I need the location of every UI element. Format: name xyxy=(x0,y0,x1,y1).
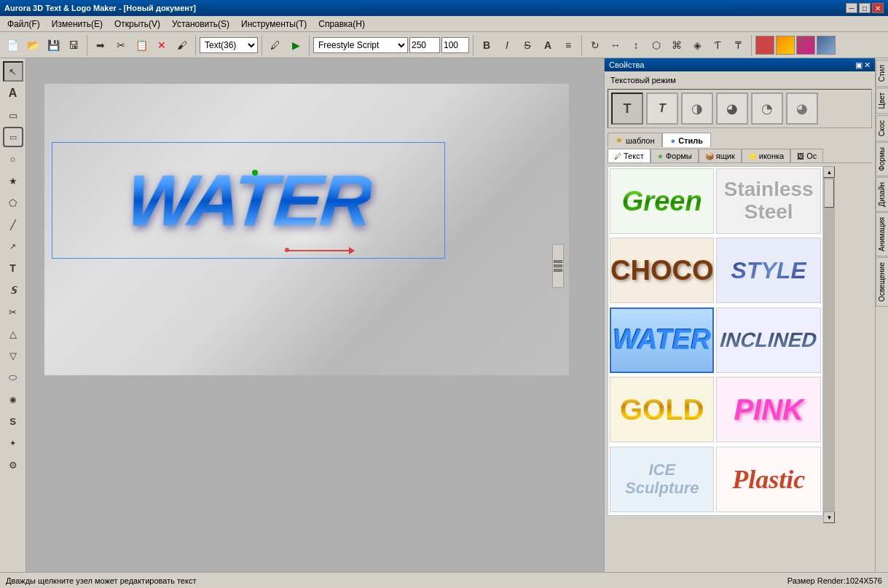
menu-file[interactable]: Файл(F) xyxy=(3,17,44,31)
save-button[interactable]: 💾 xyxy=(44,36,63,55)
tool-settings[interactable]: ⚙ xyxy=(3,455,23,475)
tool-triangle2[interactable]: ▽ xyxy=(3,345,23,366)
minimize-button[interactable]: ─ xyxy=(846,3,857,13)
style-pink[interactable]: PINK xyxy=(716,377,820,442)
tool-text2[interactable]: T xyxy=(3,258,23,278)
resize-handle[interactable] xyxy=(552,244,564,288)
color2-button[interactable] xyxy=(776,36,795,55)
mode-icon-4[interactable]: ◔ xyxy=(751,93,783,125)
rs-tab-dizajn[interactable]: Дизайн xyxy=(876,177,889,212)
panel-close-btn[interactable]: ✕ xyxy=(864,60,871,70)
menu-edit[interactable]: Изменить(E) xyxy=(47,17,107,31)
scroll-down-btn[interactable]: ▼ xyxy=(823,511,835,523)
mode-icon-3[interactable]: ◕ xyxy=(716,93,748,125)
mode-icon-1[interactable]: T xyxy=(646,93,678,125)
style-water[interactable]: WATER xyxy=(610,307,714,373)
style-plastic[interactable]: Plastic xyxy=(716,447,820,512)
tool-text3[interactable]: 𝕊 xyxy=(3,280,23,300)
strikethrough-button[interactable]: S xyxy=(518,36,537,55)
tab-style[interactable]: ● Стиль xyxy=(662,133,711,147)
rs-tab-animaciya[interactable]: Анимация xyxy=(876,212,889,256)
rs-tab-skok[interactable]: Скос xyxy=(876,115,889,141)
menu-help[interactable]: Справка(H) xyxy=(314,17,369,31)
menu-open[interactable]: Открыть(V) xyxy=(110,17,165,31)
mode-icon-5[interactable]: ◕ xyxy=(786,93,818,125)
tool-oval[interactable]: ⬭ xyxy=(3,367,23,388)
text-selection-box[interactable]: WATER xyxy=(52,142,445,259)
close-button[interactable]: ✕ xyxy=(872,3,884,13)
rs-tab-cvet[interactable]: Цвет xyxy=(876,87,889,114)
cut-button[interactable]: ✂ xyxy=(111,36,130,55)
tool3d-1[interactable]: ⬡ xyxy=(647,36,666,55)
tool-rounded-rect[interactable]: ▭ xyxy=(3,127,23,147)
brush-button[interactable]: 🖌 xyxy=(173,36,192,55)
open-button[interactable]: 📂 xyxy=(23,36,42,55)
color1-button[interactable] xyxy=(755,36,774,55)
style-green[interactable]: Green xyxy=(610,168,714,234)
font-size-input[interactable] xyxy=(409,37,440,53)
content-tab-text[interactable]: 🖊 Текст xyxy=(608,149,651,162)
color3-button[interactable] xyxy=(796,36,815,55)
rotate-button[interactable]: ↻ xyxy=(586,36,605,55)
maximize-button[interactable]: □ xyxy=(859,3,871,13)
content-tab-forms[interactable]: ★ Формы xyxy=(651,149,699,162)
tool-select[interactable]: ↖ xyxy=(3,61,23,82)
paint-button[interactable]: 🖊 xyxy=(266,36,285,55)
flip-h-button[interactable]: ↔ xyxy=(606,36,625,55)
center-handle[interactable] xyxy=(252,170,258,176)
mode-icon-0[interactable]: T xyxy=(611,93,643,125)
tool-triangle[interactable]: △ xyxy=(3,324,23,344)
tool3d-2[interactable]: ⌘ xyxy=(667,36,686,55)
content-tab-box[interactable]: 📦 ящик xyxy=(699,149,742,162)
content-tab-icon[interactable]: 🌟 иконка xyxy=(742,149,790,162)
mode-icon-2[interactable]: ◑ xyxy=(681,93,713,125)
rs-tab-osveshenie[interactable]: Освещение xyxy=(876,257,889,307)
tool-circle[interactable]: ○ xyxy=(3,149,23,169)
tool-rect[interactable]: ▭ xyxy=(3,105,23,125)
scroll-thumb[interactable] xyxy=(824,179,834,208)
rs-tab-formy[interactable]: Формы xyxy=(876,142,889,176)
export-button[interactable]: ➡ xyxy=(91,36,110,55)
style-choco[interactable]: CHOCO xyxy=(610,238,714,303)
tool-star[interactable]: ★ xyxy=(3,170,23,191)
menu-tools[interactable]: Инструменты(T) xyxy=(237,17,311,31)
font-select[interactable]: Freestyle Script xyxy=(313,37,408,53)
play-button[interactable]: ▶ xyxy=(286,36,305,55)
style-inclined[interactable]: INCLINED xyxy=(716,307,820,373)
style-scrollbar[interactable]: ▲ ▼ xyxy=(823,166,835,523)
align-button[interactable]: ≡ xyxy=(559,36,578,55)
content-tab-more[interactable]: 🖼 Оc xyxy=(790,149,823,162)
scroll-track[interactable] xyxy=(823,178,835,511)
delete-button[interactable]: ✕ xyxy=(152,36,171,55)
tool-drop[interactable]: ◉ xyxy=(3,389,23,409)
scroll-up-btn[interactable]: ▲ xyxy=(823,166,835,178)
tool3d-5[interactable]: ₸ xyxy=(728,36,747,55)
italic-button[interactable]: I xyxy=(498,36,516,55)
tool-s[interactable]: S xyxy=(3,411,23,431)
tool-line[interactable]: ╱ xyxy=(3,214,23,235)
text-style-button[interactable]: A xyxy=(538,36,557,55)
tool-text[interactable]: A xyxy=(3,83,23,103)
color4-button[interactable] xyxy=(817,36,836,55)
style-ice[interactable]: ICESculpture xyxy=(610,447,714,512)
copy-button[interactable]: 📋 xyxy=(132,36,151,55)
font-size2-input[interactable] xyxy=(441,37,469,53)
tool-arrow[interactable]: ↗ xyxy=(3,236,23,256)
style-steel[interactable]: StainlessSteel xyxy=(716,168,820,234)
tool3d-3[interactable]: ◈ xyxy=(688,36,707,55)
rs-tab-stil[interactable]: Стил xyxy=(876,60,889,87)
style-gold[interactable]: GOLD xyxy=(610,377,714,442)
tool3d-4[interactable]: Ƭ xyxy=(708,36,727,55)
text-mode-select[interactable]: Text(36) xyxy=(200,37,258,53)
flip-v-button[interactable]: ↕ xyxy=(626,36,645,55)
save-as-button[interactable]: 🖫 xyxy=(64,36,83,55)
tool-cut[interactable]: ✂ xyxy=(3,302,23,322)
canvas-area[interactable]: WATER xyxy=(26,58,604,572)
style-style[interactable]: STYLE xyxy=(716,238,820,303)
bold-button[interactable]: B xyxy=(477,36,496,55)
tool-pentagon[interactable]: ⬠ xyxy=(3,192,23,213)
tool-badge[interactable]: ✦ xyxy=(3,433,23,453)
new-button[interactable]: 📄 xyxy=(3,36,22,55)
menu-install[interactable]: Установить(S) xyxy=(168,17,234,31)
tab-template[interactable]: ★ шаблон xyxy=(608,133,662,147)
